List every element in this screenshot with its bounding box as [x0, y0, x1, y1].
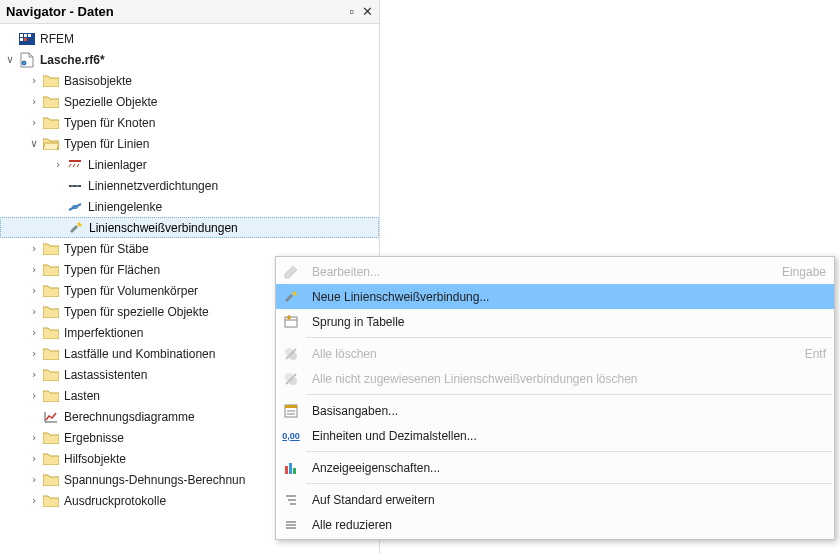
tree-item-spezielle-objekte[interactable]: › Spezielle Objekte [0, 91, 379, 112]
svg-line-10 [77, 164, 79, 167]
menu-label: Alle reduzieren [304, 518, 826, 532]
tree-label: Ergebnisse [64, 431, 124, 445]
menu-einheiten[interactable]: 0,00 Einheiten und Dezimalstellen... [276, 423, 834, 448]
tree-label: Typen für Linien [64, 137, 149, 151]
expander-icon[interactable]: › [28, 264, 40, 276]
tree-label: Typen für Stäbe [64, 242, 149, 256]
menu-basisangaben[interactable]: Basisangaben... [276, 398, 834, 423]
expander-icon[interactable]: › [28, 348, 40, 360]
expander-icon[interactable]: › [28, 369, 40, 381]
weld-icon [67, 220, 85, 236]
tree-item-typen-knoten[interactable]: › Typen für Knoten [0, 112, 379, 133]
svg-line-9 [73, 164, 75, 167]
menu-alle-loeschen[interactable]: Alle löschen Entf [276, 341, 834, 366]
expander-icon[interactable]: › [28, 75, 40, 87]
collapse-icon [278, 512, 304, 537]
folder-icon [42, 472, 60, 488]
context-menu: Bearbeiten... Eingabe Neue Linienschweiß… [275, 256, 835, 540]
menu-anzeigeeigenschaften[interactable]: Anzeigeeigenschaften... [276, 455, 834, 480]
tree-label: Typen für Volumenkörper [64, 284, 198, 298]
menu-separator [306, 337, 832, 338]
menu-label: Basisangaben... [304, 404, 826, 418]
tree-label: Lasten [64, 389, 100, 403]
menu-alle-nicht-zugewiesenen-loeschen[interactable]: Alle nicht zugewiesenen Linienschweißver… [276, 366, 834, 391]
tree-file[interactable]: ∨ Lasche.rf6* [0, 49, 379, 70]
folder-icon [42, 241, 60, 257]
svg-line-8 [69, 164, 71, 167]
close-icon[interactable]: ✕ [362, 4, 373, 19]
tree-item-liniengelenke[interactable]: Liniengelenke [0, 196, 379, 217]
tree-label: Basisobjekte [64, 74, 132, 88]
panel-title: Navigator - Daten [6, 4, 114, 19]
expander-icon[interactable]: › [52, 159, 64, 171]
folder-icon [42, 73, 60, 89]
tree-label: Lastassistenten [64, 368, 147, 382]
menu-shortcut: Eingabe [762, 265, 826, 279]
expander-icon[interactable]: › [28, 96, 40, 108]
folder-open-icon [42, 136, 60, 152]
svg-rect-1 [20, 34, 23, 37]
expander-icon[interactable]: › [28, 495, 40, 507]
menu-alle-reduzieren[interactable]: Alle reduzieren [276, 512, 834, 537]
expander-icon[interactable]: › [28, 306, 40, 318]
tree-label: Linienschweißverbindungen [89, 221, 238, 235]
linienlager-icon [66, 157, 84, 173]
svg-point-12 [69, 185, 71, 187]
pin-icon[interactable]: ▫ [349, 4, 354, 19]
svg-point-6 [22, 61, 26, 65]
expander-icon[interactable]: › [28, 117, 40, 129]
tree-root-app[interactable]: RFEM [0, 28, 379, 49]
menu-label: Auf Standard erweitern [304, 493, 826, 507]
expander-collapse-icon[interactable]: ∨ [4, 54, 16, 66]
menu-bearbeiten[interactable]: Bearbeiten... Eingabe [276, 259, 834, 284]
table-jump-icon [278, 309, 304, 334]
properties-icon [278, 398, 304, 423]
weld-new-icon [278, 284, 304, 309]
menu-label: Sprung in Tabelle [304, 315, 826, 329]
menu-separator [306, 483, 832, 484]
folder-icon [42, 283, 60, 299]
svg-line-15 [69, 204, 81, 210]
tree-label: Lastfälle und Kombinationen [64, 347, 215, 361]
svg-rect-4 [20, 38, 23, 41]
menu-neue-linienschweissverbindung[interactable]: Neue Linienschweißverbindung... [276, 284, 834, 309]
tree-label: Berechnungsdiagramme [64, 410, 195, 424]
tree-label: Typen für Knoten [64, 116, 155, 130]
folder-icon [42, 388, 60, 404]
tree-label: Spannungs-Dehnungs-Berechnun [64, 473, 245, 487]
expander-icon[interactable]: › [28, 243, 40, 255]
svg-point-14 [79, 185, 81, 187]
svg-rect-29 [285, 466, 288, 474]
svg-rect-2 [24, 34, 27, 37]
expander-icon[interactable]: › [28, 285, 40, 297]
tree-item-linienlager[interactable]: › Linienlager [0, 154, 379, 175]
expander-icon[interactable]: › [28, 327, 40, 339]
mesh-icon [66, 178, 84, 194]
tree-item-liniennetzverdichtungen[interactable]: Liniennetzverdichtungen [0, 175, 379, 196]
folder-icon [42, 346, 60, 362]
expander-icon[interactable]: › [28, 474, 40, 486]
menu-shortcut: Entf [785, 347, 826, 361]
delete-all-icon [278, 341, 304, 366]
menu-sprung-in-tabelle[interactable]: Sprung in Tabelle [276, 309, 834, 334]
expander-icon[interactable]: › [28, 390, 40, 402]
document-icon [18, 52, 36, 68]
expander-icon[interactable]: › [28, 453, 40, 465]
folder-icon [42, 94, 60, 110]
expander-collapse-icon[interactable]: ∨ [28, 138, 40, 150]
tree-item-typen-linien[interactable]: ∨ Typen für Linien [0, 133, 379, 154]
edit-icon [278, 259, 304, 284]
tree-item-basisobjekte[interactable]: › Basisobjekte [0, 70, 379, 91]
tree-item-linienschweissverbindungen[interactable]: Linienschweißverbindungen [0, 217, 379, 238]
menu-auf-standard-erweitern[interactable]: Auf Standard erweitern [276, 487, 834, 512]
menu-label: Anzeigeeigenschaften... [304, 461, 826, 475]
folder-icon [42, 325, 60, 341]
tree-label: Typen für Flächen [64, 263, 160, 277]
menu-label: Alle löschen [304, 347, 785, 361]
svg-point-13 [74, 185, 76, 187]
svg-rect-26 [285, 405, 297, 408]
expander-icon[interactable]: › [28, 432, 40, 444]
file-label: Lasche.rf6* [40, 53, 105, 67]
tree-label: Typen für spezielle Objekte [64, 305, 209, 319]
svg-rect-17 [285, 317, 297, 327]
